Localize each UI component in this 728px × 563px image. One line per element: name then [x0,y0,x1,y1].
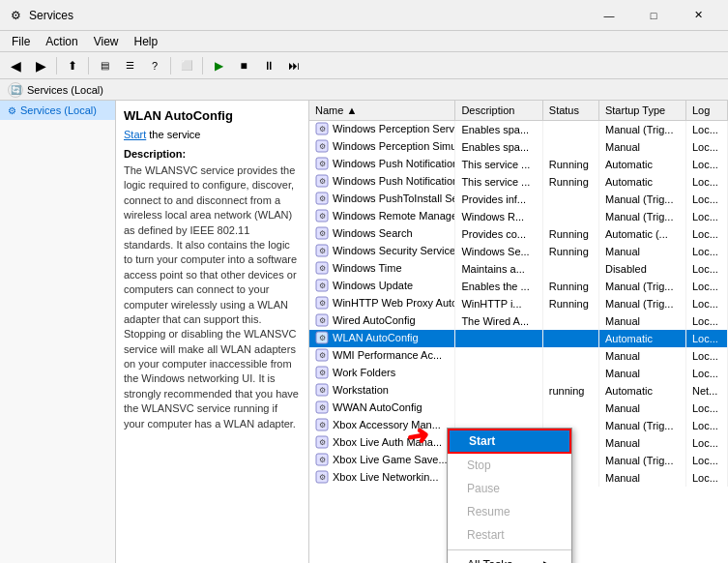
toolbar-up[interactable]: ⬆ [61,55,84,76]
cell-status: Running [542,295,598,312]
cell-log: Loc... [685,434,727,452]
sidebar-label: Services (Local) [20,104,97,116]
cell-name: ⚙Windows Perception Simul... [309,138,455,156]
sidebar-item-services-local[interactable]: ⚙ Services (Local) [0,101,115,120]
cell-startup: Manual (Trig... [598,191,685,208]
table-row[interactable]: ⚙Windows Security ServiceWindows Se...Ru… [309,243,728,260]
cell-startup: Automatic [598,173,685,191]
close-button[interactable]: ✕ [676,0,720,31]
cell-status: Running [542,173,598,191]
cell-name: ⚙Windows Perception Service [309,120,455,138]
cell-status [542,120,598,138]
svg-text:⚙: ⚙ [319,403,326,412]
table-row[interactable]: ⚙Windows Perception Simul...Enables spa.… [309,138,728,156]
cell-log: Loc... [685,120,727,138]
col-name[interactable]: Name ▲ [309,101,455,120]
cell-name: ⚙Wired AutoConfig [309,312,455,330]
breadcrumb-bar: 🔄 Services (Local) [0,79,728,101]
table-row[interactable]: ⚙Windows PushToInstall Serv...Provides i… [309,191,728,208]
cell-name: ⚙Windows Remote Manage... [309,208,455,225]
cell-status: running [542,382,598,400]
cell-description [455,400,542,417]
context-menu-start[interactable]: Start [448,429,571,454]
cell-name: ⚙Windows Search [309,225,455,243]
toolbar-start[interactable]: ▶ [207,55,230,76]
cell-log: Loc... [685,417,727,434]
cell-name: ⚙Windows Security Service [309,243,455,260]
table-row[interactable]: ⚙Windows Perception ServiceEnables spa..… [309,120,728,138]
cell-description: Windows Se... [455,243,542,260]
cell-startup: Manual (Trig... [598,120,685,138]
table-row[interactable]: ⚙Windows SearchProvides co...RunningAuto… [309,225,728,243]
start-link[interactable]: Start [124,129,146,140]
table-row[interactable]: ⚙Windows Push Notification...This servic… [309,173,728,191]
menu-help[interactable]: Help [127,33,166,50]
context-menu-pause[interactable]: Pause [448,477,571,500]
toolbar-console[interactable]: ⬜ [175,55,198,76]
toolbar-show-hide[interactable]: ▤ [93,55,116,76]
table-row[interactable]: ⚙WLAN AutoConfigAutomaticLoc... [309,330,728,347]
col-startup[interactable]: Startup Type [598,101,685,120]
cell-startup: Manual (Trig... [598,295,685,312]
cell-name: ⚙WWAN AutoConfig [309,400,455,417]
svg-text:⚙: ⚙ [319,212,326,221]
cell-startup: Manual (Trig... [598,278,685,295]
cell-description: WinHTTP i... [455,295,542,312]
cell-status: Running [542,156,598,173]
toolbar-stop[interactable]: ■ [232,55,255,76]
maximize-button[interactable]: □ [631,0,676,31]
minimize-button[interactable]: — [587,0,631,31]
cell-status [542,191,598,208]
table-row[interactable]: ⚙Windows Remote Manage...Windows R...Man… [309,208,728,225]
table-row[interactable]: ⚙Windows UpdateEnables the ...RunningMan… [309,278,728,295]
menu-action[interactable]: Action [38,33,85,50]
all-tasks-label: All Tasks [467,558,512,563]
cell-status [542,312,598,330]
cell-log: Loc... [685,312,727,330]
col-status[interactable]: Status [542,101,598,120]
table-row[interactable]: ⚙WinHTTP Web Proxy Auto-...WinHTTP i...R… [309,295,728,312]
context-menu-resume[interactable]: Resume [448,500,571,523]
services-panel: Name ▲ Description Status Startup Type L… [309,101,728,563]
cell-name: ⚙Windows Push Notification... [309,156,455,173]
toolbar-back[interactable]: ◀ [4,55,27,76]
context-menu-stop[interactable]: Stop [448,454,571,477]
svg-text:⚙: ⚙ [319,160,326,168]
col-description[interactable]: Description [455,101,542,120]
cell-status [542,208,598,225]
cell-log: Loc... [685,138,727,156]
toolbar-pause[interactable]: ⏸ [257,55,280,76]
svg-text:⚙: ⚙ [319,438,326,447]
toolbar-properties[interactable]: ☰ [118,55,141,76]
cell-name: ⚙Windows Push Notification... [309,173,455,191]
table-row[interactable]: ⚙Windows TimeMaintains a...DisabledLoc..… [309,260,728,278]
table-row[interactable]: ⚙WorkstationrunningAutomaticNet... [309,382,728,400]
cell-log: Loc... [685,225,727,243]
context-menu-all-tasks[interactable]: All Tasks ▶ [448,553,571,563]
table-row[interactable]: ⚙Wired AutoConfigThe Wired A...ManualLoc… [309,312,728,330]
toolbar-resume[interactable]: ⏭ [282,55,306,76]
resume-label: Resume [467,505,510,519]
table-row[interactable]: ⚙Work FoldersManualLoc... [309,365,728,382]
col-log[interactable]: Log [685,101,727,120]
toolbar-forward[interactable]: ▶ [29,55,52,76]
app-icon: ⚙ [8,8,23,23]
cell-description [455,347,542,365]
context-menu-restart[interactable]: Restart [448,523,571,547]
title-bar: ⚙ Services — □ ✕ [0,0,728,31]
cell-description: Provides co... [455,225,542,243]
menu-view[interactable]: View [86,33,127,50]
svg-text:⚙: ⚙ [319,386,326,395]
pause-label: Pause [467,482,500,495]
cell-startup: Disabled [598,260,685,278]
cell-startup: Manual (Trig... [598,417,685,434]
menu-file[interactable]: File [4,33,38,50]
svg-text:⚙: ⚙ [319,282,326,290]
cell-log: Loc... [685,260,727,278]
cell-description: Maintains a... [455,260,542,278]
table-row[interactable]: ⚙WMI Performance Ac...ManualLoc... [309,347,728,365]
table-row[interactable]: ⚙Windows Push Notification...This servic… [309,156,728,173]
table-row[interactable]: ⚙WWAN AutoConfigManualLoc... [309,400,728,417]
toolbar-help[interactable]: ? [143,55,166,76]
submenu-arrow: ▶ [543,558,552,563]
